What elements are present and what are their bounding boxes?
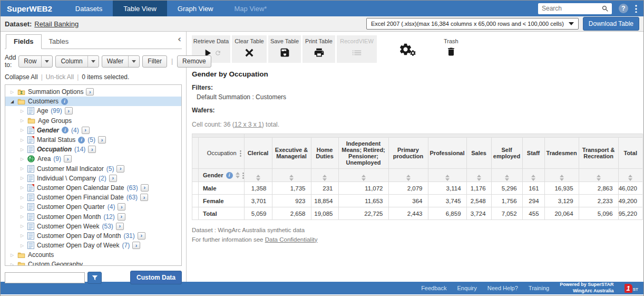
export-format-select[interactable]: Excel 2007 (.xlsx)(max 16,384 columns x … [366, 18, 579, 30]
overflow-menu-icon[interactable] [635, 4, 637, 13]
add-filter-button[interactable]: Filter [142, 55, 167, 68]
quick-add-arrow-button[interactable]: › [118, 213, 125, 221]
expand-node-icon[interactable]: ▷ [9, 90, 15, 94]
header-menu-icon[interactable] [242, 172, 244, 179]
sort-control[interactable] [236, 172, 240, 178]
tree-item-individual-company[interactable]: ▷Individual \ Company(2)› [5, 174, 181, 183]
expand-node-icon[interactable]: ▷ [19, 233, 25, 238]
quick-add-arrow-button[interactable]: › [64, 155, 72, 163]
sort-control[interactable] [323, 175, 327, 181]
add-wafer-button[interactable]: Wafer [102, 55, 140, 68]
footer-link-need-help-[interactable]: Need Help? [487, 285, 518, 291]
expand-node-icon[interactable]: ▷ [19, 157, 25, 161]
info-icon[interactable]: i [61, 98, 68, 105]
sort-control[interactable] [406, 175, 411, 181]
remove-button[interactable]: Remove [177, 55, 211, 68]
tree-item-accounts[interactable]: ▷Accounts [5, 250, 181, 260]
tree-item-gender[interactable]: ▷Genderi(4)› [5, 126, 181, 135]
sort-control[interactable] [628, 175, 632, 181]
quick-add-arrow-button[interactable]: › [98, 136, 106, 144]
expand-node-icon[interactable]: ▷ [19, 118, 25, 123]
tree-item-custom-geography[interactable]: ▷Custom Geography [5, 260, 181, 266]
quick-add-arrow-button[interactable]: › [65, 107, 73, 114]
trash-button[interactable]: Trash [444, 35, 458, 57]
expand-node-icon[interactable]: ▷ [19, 109, 25, 113]
sort-control[interactable] [531, 175, 535, 181]
expand-node-icon[interactable]: ▷ [19, 214, 25, 219]
quick-add-arrow-button[interactable]: › [116, 165, 124, 173]
expand-node-icon[interactable]: ▷ [9, 253, 15, 257]
expand-node-icon[interactable]: ▷ [19, 138, 25, 142]
collapse-all-link[interactable]: Collapse All [5, 73, 38, 81]
sort-control[interactable] [505, 175, 509, 181]
tree-item-customer-open-day-of-week[interactable]: ▷Customer Open Day of Week(7)› [5, 241, 181, 250]
expand-node-icon[interactable]: ▷ [19, 147, 25, 152]
tab-tables[interactable]: Tables [42, 35, 76, 49]
quick-add-arrow-button[interactable]: › [118, 203, 125, 211]
tree-item-area[interactable]: ▷Area(9)› [5, 154, 181, 164]
tree-item-occupation[interactable]: ▷Occupation(14)› [5, 145, 181, 154]
collapse-panel-icon[interactable]: ‹ [178, 35, 181, 44]
tree-item-age[interactable]: ▷Age(99)› [5, 106, 181, 116]
sort-control[interactable] [597, 175, 601, 181]
add-row-button[interactable]: Row [18, 55, 53, 68]
sort-control[interactable] [256, 175, 260, 181]
sort-control[interactable] [560, 175, 564, 181]
row-dimension-header[interactable]: Genderi [199, 169, 245, 182]
expand-node-icon[interactable]: ▷ [19, 176, 25, 180]
quick-add-arrow-button[interactable]: › [116, 223, 124, 230]
help-icon[interactable]: ? [619, 4, 628, 13]
quick-add-arrow-button[interactable]: › [86, 88, 94, 96]
nav-table-view[interactable]: Table View [113, 1, 167, 16]
expand-node-icon[interactable]: ▷ [19, 166, 25, 171]
field-filter-input[interactable] [5, 272, 85, 283]
dataset-name-link[interactable]: Retail Banking [34, 20, 79, 28]
cell-count-link[interactable]: 12 x 3 x 1 [235, 121, 262, 128]
expand-node-icon[interactable]: ▷ [19, 205, 25, 209]
tree-item-customer-open-day-of-month[interactable]: ▷Customer Open Day of Month(31)› [5, 231, 181, 241]
tree-item-summation-options[interactable]: ▷ΣSummation Options› [5, 87, 181, 97]
expand-node-icon[interactable]: ▷ [19, 185, 25, 190]
quick-add-arrow-button[interactable]: › [141, 184, 149, 192]
clear-table-button[interactable]: Clear Table [232, 35, 267, 63]
tree-item-age-groups[interactable]: ▷Age Groups [5, 116, 181, 126]
tree-item-customer-open-quarter[interactable]: ▷Customer Open Quarter(4)› [5, 202, 181, 212]
custom-data-button[interactable]: Custom Data [130, 271, 182, 284]
footer-link-training[interactable]: Training [529, 285, 549, 291]
quick-add-arrow-button[interactable]: › [138, 232, 145, 240]
sort-control[interactable] [289, 175, 294, 181]
chevron-down-icon[interactable] [41, 56, 52, 67]
expand-node-icon[interactable]: ▷ [19, 224, 25, 228]
tab-fields[interactable]: Fields [6, 34, 42, 49]
expand-node-icon[interactable]: ▷ [19, 128, 25, 132]
quick-add-arrow-button[interactable]: › [88, 146, 96, 153]
table-options-button[interactable] [398, 42, 416, 56]
search-icon[interactable] [601, 5, 609, 13]
print-table-button[interactable]: Print Table [303, 35, 335, 63]
expand-node-icon[interactable]: ▷ [19, 195, 25, 200]
nav-map-view[interactable]: Map View* [224, 1, 278, 16]
tree-item-customer-open-calendar-date[interactable]: ▷Customer Open Calendar Date(63)› [5, 183, 181, 193]
sort-control[interactable] [362, 175, 366, 181]
tree-item-customers[interactable]: ◢Customersi [5, 97, 181, 106]
tree-item-customer-open-week[interactable]: ▷Customer Open Week(53)› [5, 222, 181, 231]
quick-add-arrow-button[interactable]: › [132, 242, 140, 249]
untick-all-link[interactable]: Un-tick All [46, 73, 74, 81]
tree-item-customer-mail-indicator[interactable]: ▷Customer Mail Indicator(5)› [5, 164, 181, 174]
expand-node-icon[interactable]: ▷ [9, 262, 15, 266]
footer-link-feedback[interactable]: Feedback [421, 285, 446, 291]
sort-control[interactable] [477, 175, 481, 181]
filter-fields-button[interactable] [87, 272, 102, 284]
expand-node-icon[interactable]: ▷ [19, 243, 25, 248]
nav-graph-view[interactable]: Graph View [167, 1, 224, 16]
quick-add-arrow-button[interactable]: › [109, 175, 117, 182]
tree-item-marital-status[interactable]: ▷Marital Statusi(5)› [5, 135, 181, 145]
sort-control[interactable] [445, 175, 450, 181]
chevron-down-icon[interactable] [128, 56, 139, 67]
info-icon[interactable]: i [226, 172, 233, 179]
info-icon[interactable]: i [62, 127, 69, 133]
tree-item-customer-open-month[interactable]: ▷Customer Open Month(12)› [5, 212, 181, 221]
quick-add-arrow-button[interactable]: › [82, 127, 90, 134]
chevron-down-icon[interactable] [87, 56, 99, 67]
column-dimension-header[interactable]: Occupation [199, 138, 245, 169]
